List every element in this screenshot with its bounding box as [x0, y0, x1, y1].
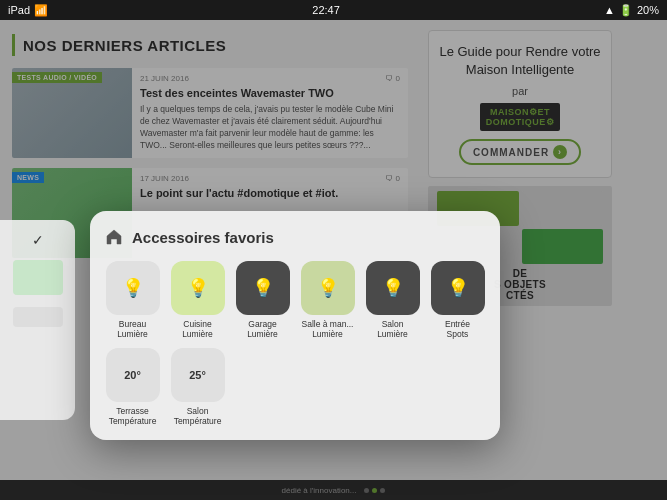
accessory-label-cuisine: CuisineLumière: [182, 319, 213, 339]
status-left: iPad 📶: [8, 4, 48, 17]
panel-header: Accessoires favoris: [104, 227, 486, 247]
accessory-btn-garage[interactable]: 💡: [236, 261, 290, 315]
accessory-label-salon-temp: SalonTempérature: [174, 406, 222, 426]
status-right: ▲ 🔋 20%: [604, 4, 659, 17]
accessories-panel: Accessoires favoris 💡 BureauLumière 💡 Cu…: [90, 211, 500, 440]
accessory-label-entree: EntréeSpots: [445, 319, 470, 339]
status-time: 22:47: [312, 4, 340, 16]
temp-value-terrasse: 20°: [124, 369, 141, 381]
accessory-btn-cuisine[interactable]: 💡: [171, 261, 225, 315]
accessory-btn-terrasse[interactable]: 20°: [106, 348, 160, 402]
accessory-label-garage: GarageLumière: [247, 319, 278, 339]
accessory-cuisine[interactable]: 💡 CuisineLumière: [169, 261, 226, 339]
accessories-grid-row1: 💡 BureauLumière 💡 CuisineLumière 💡 Garag…: [104, 261, 486, 339]
home-icon: [104, 227, 124, 247]
bulb-icon: 💡: [317, 279, 339, 297]
accessory-label-salon-lumiere: SalonLumière: [377, 319, 408, 339]
temp-value-salon: 25°: [189, 369, 206, 381]
signal-icon: ▲: [604, 4, 615, 16]
accessory-salon-lumiere[interactable]: 💡 SalonLumière: [364, 261, 421, 339]
accessory-btn-salon-temp[interactable]: 25°: [171, 348, 225, 402]
accessory-btn-salon-lumiere[interactable]: 💡: [366, 261, 420, 315]
accessory-btn-entree[interactable]: 💡: [431, 261, 485, 315]
accessory-btn-salle[interactable]: 💡: [301, 261, 355, 315]
battery-pct: 20%: [637, 4, 659, 16]
accessory-salle-manger[interactable]: 💡 Salle à man...Lumière: [299, 261, 356, 339]
spot-icon: 💡: [447, 279, 469, 297]
accessories-grid-row2: 20° TerrasseTempérature 25° SalonTempéra…: [104, 348, 486, 426]
accessory-bureau[interactable]: 💡 BureauLumière: [104, 261, 161, 339]
status-bar: iPad 📶 22:47 ▲ 🔋 20%: [0, 0, 667, 20]
accessory-label-salle: Salle à man...Lumière: [302, 319, 354, 339]
main-content: NOS DERNIERS ARTICLES TESTS AUDIO / VIDÉ…: [0, 20, 667, 500]
battery-icon: 🔋: [619, 4, 633, 17]
check-icon: ✓: [32, 232, 44, 248]
left-panel-hint: ✓: [0, 220, 75, 420]
bulb-icon: 💡: [187, 279, 209, 297]
check-item: ✓: [32, 232, 44, 248]
bulb-icon: 💡: [122, 279, 144, 297]
accessory-label-terrasse: TerrasseTempérature: [109, 406, 157, 426]
wifi-icon: 📶: [34, 4, 48, 17]
accessory-btn-bureau[interactable]: 💡: [106, 261, 160, 315]
accessory-salon-temp[interactable]: 25° SalonTempérature: [169, 348, 226, 426]
bulb-icon: 💡: [252, 279, 274, 297]
bulb-icon: 💡: [382, 279, 404, 297]
accessory-label-bureau: BureauLumière: [117, 319, 148, 339]
accessory-entree[interactable]: 💡 EntréeSpots: [429, 261, 486, 339]
accessory-garage[interactable]: 💡 GarageLumière: [234, 261, 291, 339]
panel-title: Accessoires favoris: [132, 229, 274, 246]
accessory-terrasse-temp[interactable]: 20° TerrasseTempérature: [104, 348, 161, 426]
ipad-label: iPad: [8, 4, 30, 16]
